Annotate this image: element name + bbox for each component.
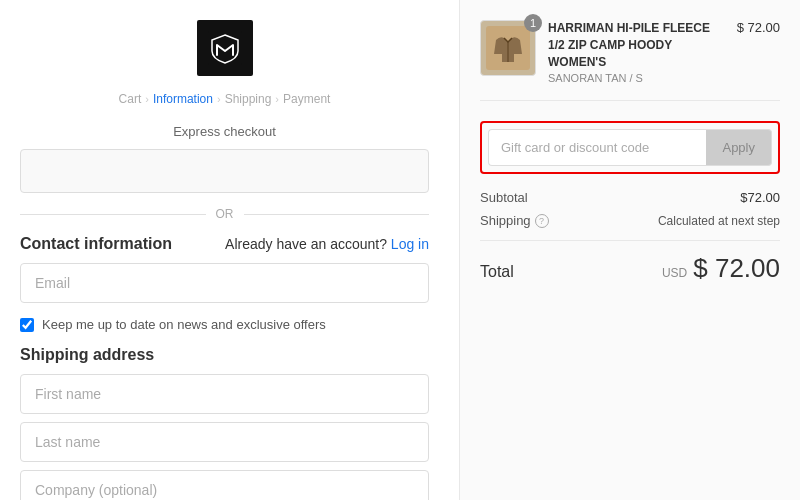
log-in-link[interactable]: Log in <box>391 236 429 252</box>
newsletter-label: Keep me up to date on news and exclusive… <box>42 317 326 332</box>
product-badge: 1 <box>524 14 542 32</box>
breadcrumb-shipping: Shipping <box>225 92 272 106</box>
account-prompt: Already have an account? Log in <box>225 236 429 252</box>
discount-section: Apply <box>480 121 780 174</box>
newsletter-row: Keep me up to date on news and exclusive… <box>20 317 429 332</box>
discount-code-input[interactable] <box>488 129 706 166</box>
or-text: OR <box>216 207 234 221</box>
shipping-info-icon[interactable]: ? <box>535 214 549 228</box>
last-name-field[interactable] <box>20 422 429 462</box>
left-panel: Cart › Information › Shipping › Payment … <box>0 0 460 500</box>
right-panel: 1 HARRIMAN HI-PILE FLEECE 1/2 ZIP CAMP H… <box>460 0 800 500</box>
breadcrumb-payment: Payment <box>283 92 330 106</box>
shipping-address-title: Shipping address <box>20 346 429 364</box>
breadcrumb-information: Information <box>153 92 213 106</box>
subtotal-row: Subtotal $72.00 <box>480 190 780 205</box>
logo-area <box>20 20 429 76</box>
express-checkout-label: Express checkout <box>20 124 429 139</box>
summary-divider <box>480 240 780 241</box>
contact-info-title: Contact information <box>20 235 172 253</box>
discount-inner: Apply <box>488 129 772 166</box>
brand-logo <box>197 20 253 76</box>
total-row: Total USD $ 72.00 <box>480 253 780 284</box>
express-checkout-box <box>20 149 429 193</box>
product-variant: SANORAN TAN / S <box>548 72 725 84</box>
product-price: $ 72.00 <box>737 20 780 35</box>
company-field[interactable] <box>20 470 429 500</box>
svg-rect-0 <box>208 31 242 65</box>
subtotal-value: $72.00 <box>740 190 780 205</box>
have-account-text: Already have an account? <box>225 236 387 252</box>
total-value: $ 72.00 <box>693 253 780 284</box>
breadcrumb-chevron-2: › <box>217 93 221 105</box>
product-image-wrapper: 1 <box>480 20 536 76</box>
contact-info-header: Contact information Already have an acco… <box>20 235 429 253</box>
product-name: HARRIMAN HI-PILE FLEECE 1/2 ZIP CAMP HOO… <box>548 20 725 70</box>
product-row: 1 HARRIMAN HI-PILE FLEECE 1/2 ZIP CAMP H… <box>480 20 780 101</box>
breadcrumb: Cart › Information › Shipping › Payment <box>20 92 429 106</box>
total-label: Total <box>480 263 514 281</box>
email-field[interactable] <box>20 263 429 303</box>
product-details: HARRIMAN HI-PILE FLEECE 1/2 ZIP CAMP HOO… <box>548 20 725 84</box>
jacket-icon <box>486 26 530 70</box>
breadcrumb-chevron-3: › <box>275 93 279 105</box>
apply-discount-button[interactable]: Apply <box>706 129 772 166</box>
breadcrumb-cart[interactable]: Cart <box>119 92 142 106</box>
total-value-wrapper: USD $ 72.00 <box>662 253 780 284</box>
subtotal-label: Subtotal <box>480 190 528 205</box>
newsletter-checkbox[interactable] <box>20 318 34 332</box>
breadcrumb-chevron-1: › <box>145 93 149 105</box>
first-name-field[interactable] <box>20 374 429 414</box>
shipping-label: Shipping ? <box>480 213 549 228</box>
total-currency: USD <box>662 266 687 280</box>
or-divider: OR <box>20 207 429 221</box>
shipping-value: Calculated at next step <box>658 214 780 228</box>
shipping-row: Shipping ? Calculated at next step <box>480 213 780 228</box>
